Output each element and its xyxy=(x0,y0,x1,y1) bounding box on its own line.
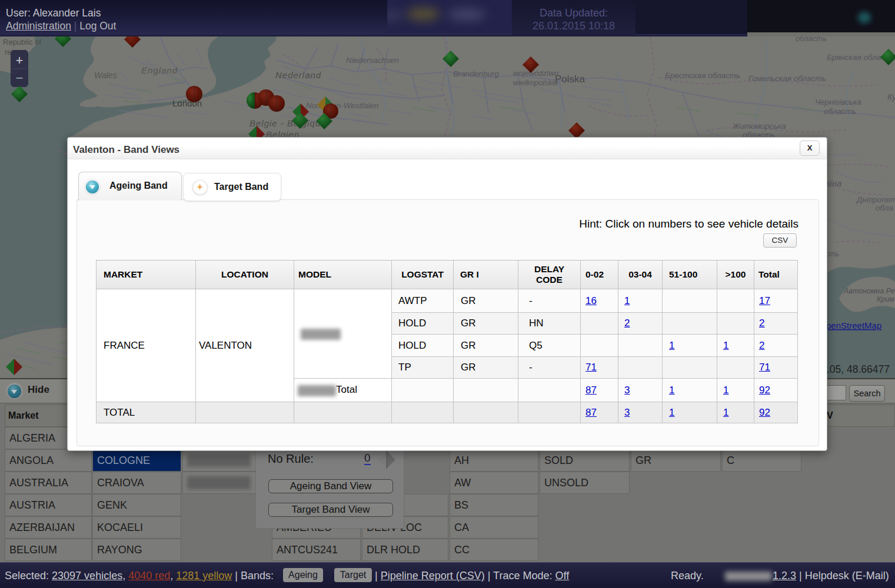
svg-text:Крим: Крим xyxy=(877,295,894,303)
svg-text:Дніпропет: Дніпропет xyxy=(856,195,895,204)
svg-text:Brandenburg: Brandenburg xyxy=(453,69,500,78)
svg-text:обла: обла xyxy=(876,203,893,212)
svg-text:Republic of: Republic of xyxy=(3,38,41,46)
svg-text:Belgie - Belgique: Belgie - Belgique xyxy=(249,118,326,128)
svg-text:область: область xyxy=(824,107,856,116)
svg-text:Ку: Ку xyxy=(887,92,895,102)
svg-text:−: − xyxy=(16,71,24,85)
svg-text:Чернігівська: Чернігівська xyxy=(815,98,861,106)
svg-text:область: область xyxy=(796,36,827,43)
svg-text:Niedersachsen: Niedersachsen xyxy=(346,56,399,65)
svg-text:Автономна Ре: Автономна Ре xyxy=(843,287,895,295)
svg-text:+: + xyxy=(16,53,24,68)
svg-text:аїна: аїна xyxy=(825,178,841,188)
svg-text:Nederland: Nederland xyxy=(275,70,321,80)
svg-text:Брестская область: Брестская область xyxy=(665,71,740,80)
svg-text:Wales: Wales xyxy=(94,71,117,80)
svg-text:105, 48.66477: 105, 48.66477 xyxy=(824,363,890,375)
svg-text:England: England xyxy=(141,65,178,75)
svg-text:penStreetMap: penStreetMap xyxy=(826,320,881,330)
svg-text:wielkopolskie: wielkopolskie xyxy=(513,78,558,87)
svg-text:województwo: województwo xyxy=(513,69,558,78)
svg-text:Житомирська: Житомирська xyxy=(732,122,786,131)
svg-text:Polska: Polska xyxy=(555,74,585,85)
svg-text:Гомельская область: Гомельская область xyxy=(748,74,826,83)
svg-text:Nordrhein-Westfalen: Nordrhein-Westfalen xyxy=(306,101,379,110)
